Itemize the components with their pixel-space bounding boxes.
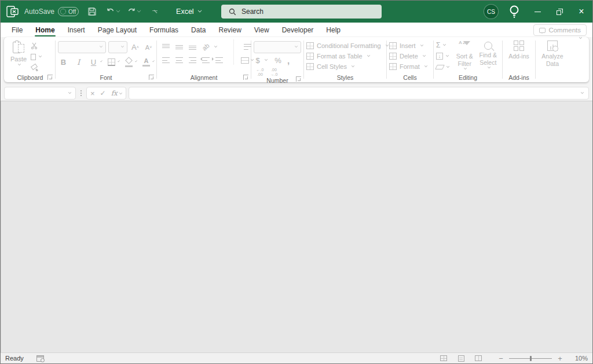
middle-align-button[interactable]: [173, 42, 185, 52]
insert-function-button[interactable]: fx: [111, 89, 122, 97]
cut-button[interactable]: [31, 42, 42, 50]
paste-button[interactable]: Paste: [8, 39, 30, 67]
format-cells-dropdown-icon[interactable]: [424, 64, 427, 67]
conditional-formatting-button[interactable]: Conditional Formatting: [306, 42, 389, 49]
formula-bar-grip-icon[interactable]: [78, 90, 84, 96]
redo-button[interactable]: [126, 4, 141, 19]
fill-dropdown-icon[interactable]: [446, 53, 449, 56]
page-break-preview-button[interactable]: [470, 354, 487, 363]
alignment-dialog-launcher[interactable]: [243, 75, 248, 80]
save-button[interactable]: [85, 4, 100, 19]
redo-dropdown-icon[interactable]: [137, 9, 141, 13]
accounting-format-button[interactable]: $: [254, 56, 262, 65]
normal-view-button[interactable]: [435, 354, 452, 363]
decrease-indent-button[interactable]: [199, 56, 212, 65]
find-select-dropdown-icon[interactable]: [488, 65, 490, 68]
format-cells-button[interactable]: Format: [389, 63, 427, 70]
align-right-button[interactable]: [186, 56, 199, 65]
sort-filter-button[interactable]: A Z Sort & Filter: [453, 39, 477, 71]
clipboard-dialog-launcher[interactable]: [47, 75, 53, 80]
name-box-dropdown-icon[interactable]: [68, 90, 71, 93]
font-size-combobox[interactable]: [108, 41, 127, 53]
account-avatar[interactable]: CS: [484, 4, 499, 19]
format-painter-button[interactable]: [31, 64, 42, 72]
tab-review[interactable]: Review: [212, 23, 247, 37]
fill-color-dropdown-icon[interactable]: [135, 60, 137, 62]
accounting-dropdown-icon[interactable]: [265, 58, 268, 61]
number-format-combobox[interactable]: [254, 41, 301, 53]
fill-button[interactable]: ↓: [436, 52, 449, 60]
tab-help[interactable]: Help: [320, 23, 347, 37]
percent-style-button[interactable]: %: [272, 56, 284, 65]
decrease-decimal-button[interactable]: .00→.0: [268, 68, 280, 77]
zoom-in-button[interactable]: +: [557, 354, 563, 363]
add-ins-button[interactable]: Add-ins: [506, 39, 532, 60]
expand-formula-bar-icon[interactable]: [581, 90, 584, 93]
insert-function-dropdown-icon[interactable]: [119, 91, 122, 94]
app-name-switcher[interactable]: Excel: [176, 8, 202, 16]
restore-button[interactable]: [548, 1, 570, 23]
delete-cells-dropdown-icon[interactable]: [423, 53, 426, 56]
customize-quick-access-toolbar-button[interactable]: [147, 4, 162, 19]
format-as-table-button[interactable]: Format as Table: [306, 53, 389, 60]
tab-insert[interactable]: Insert: [61, 23, 91, 37]
orientation-button[interactable]: ab: [199, 42, 212, 52]
zoom-out-button[interactable]: −: [497, 354, 504, 363]
increase-indent-button[interactable]: [213, 56, 225, 65]
autosum-dropdown-icon[interactable]: [443, 42, 446, 45]
copy-button[interactable]: [31, 53, 42, 61]
enter-button[interactable]: ✓: [100, 89, 106, 97]
search-input[interactable]: Search: [221, 5, 382, 19]
borders-dropdown-icon[interactable]: [118, 60, 120, 62]
increase-font-size-button[interactable]: A˄: [130, 42, 141, 53]
tab-formulas[interactable]: Formulas: [143, 23, 185, 37]
delete-cells-button[interactable]: Delete: [389, 53, 427, 60]
autosum-button[interactable]: Σ: [436, 41, 449, 49]
comments-button[interactable]: Comments: [533, 24, 587, 36]
underline-button[interactable]: U: [88, 57, 99, 68]
number-dialog-launcher[interactable]: [296, 76, 301, 82]
font-color-dropdown-icon[interactable]: [152, 60, 155, 62]
zoom-level[interactable]: 10%: [568, 355, 588, 362]
undo-dropdown-icon[interactable]: [116, 9, 120, 13]
tab-data[interactable]: Data: [185, 23, 212, 37]
font-dialog-launcher[interactable]: [149, 75, 154, 80]
name-box[interactable]: [4, 87, 76, 100]
underline-dropdown-icon[interactable]: [100, 60, 103, 62]
accessibility-checker-icon[interactable]: [36, 355, 44, 362]
tab-page-layout[interactable]: Page Layout: [91, 23, 143, 37]
fill-color-button[interactable]: [123, 57, 134, 68]
borders-button[interactable]: [106, 57, 117, 68]
zoom-slider[interactable]: [509, 355, 552, 362]
page-layout-view-button[interactable]: [452, 354, 470, 363]
bottom-align-button[interactable]: [186, 42, 199, 52]
tab-developer[interactable]: Developer: [276, 23, 320, 37]
paste-dropdown-icon[interactable]: [18, 62, 21, 65]
close-button[interactable]: ×: [570, 1, 592, 23]
autosave-toggle[interactable]: Off: [58, 7, 79, 16]
format-as-table-dropdown-icon[interactable]: [367, 53, 370, 56]
increase-decimal-button[interactable]: ←.0.00: [254, 68, 266, 77]
insert-cells-button[interactable]: Insert: [389, 42, 427, 49]
tab-home[interactable]: Home: [29, 23, 61, 37]
zoom-slider-handle[interactable]: [530, 356, 532, 361]
orientation-dropdown-icon[interactable]: [214, 44, 217, 47]
bold-button[interactable]: B: [58, 57, 69, 68]
top-align-button[interactable]: [159, 42, 172, 52]
cell-styles-dropdown-icon[interactable]: [352, 64, 354, 67]
coming-soon-button[interactable]: [507, 4, 522, 19]
decrease-font-size-button[interactable]: A˅: [143, 42, 154, 53]
clear-dropdown-icon[interactable]: [446, 64, 449, 67]
font-name-combobox[interactable]: [58, 41, 106, 53]
italic-button[interactable]: I: [73, 57, 84, 68]
center-button[interactable]: [173, 56, 185, 65]
formula-input[interactable]: [129, 87, 589, 100]
insert-cells-dropdown-icon[interactable]: [420, 43, 423, 46]
align-left-button[interactable]: [159, 56, 172, 65]
clear-button[interactable]: [436, 63, 449, 71]
undo-button[interactable]: [105, 4, 120, 19]
tab-view[interactable]: View: [248, 23, 276, 37]
comma-style-button[interactable]: ,: [285, 56, 292, 65]
analyze-data-button[interactable]: Analyze Data: [540, 39, 565, 68]
excel-app-icon[interactable]: [6, 6, 19, 17]
